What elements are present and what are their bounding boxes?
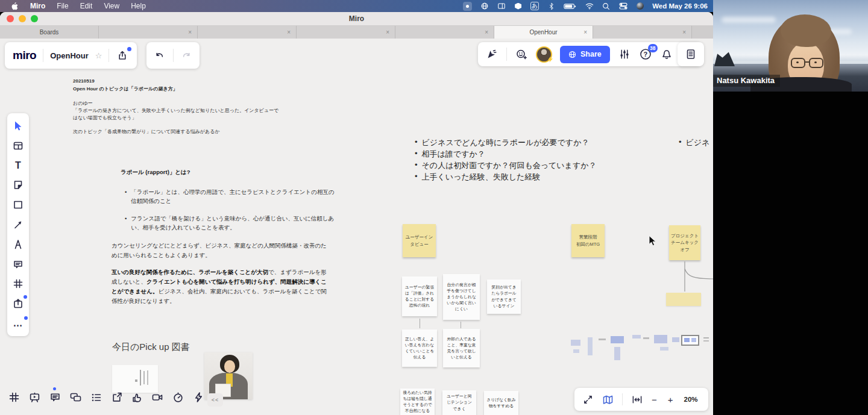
collapse-dock-button[interactable]: << bbox=[207, 393, 223, 407]
screen-share-icon[interactable] bbox=[110, 390, 123, 404]
video-chat-icon[interactable] bbox=[151, 390, 164, 404]
tab-close-icon[interactable]: × bbox=[287, 30, 291, 36]
presentation-mode-icon[interactable] bbox=[28, 390, 41, 404]
question-item-2[interactable]: •相手は誰ですか？ bbox=[415, 149, 485, 160]
pen-tool-icon[interactable] bbox=[11, 238, 25, 251]
tab-untitled-3[interactable]: × bbox=[297, 26, 395, 39]
export-board-icon[interactable] bbox=[116, 49, 129, 62]
frame-tool-icon[interactable] bbox=[11, 277, 25, 290]
fit-to-screen-icon[interactable] bbox=[631, 394, 643, 405]
close-window-button[interactable] bbox=[7, 15, 14, 22]
tab-close-icon[interactable]: × bbox=[386, 30, 389, 36]
rapport-heading[interactable]: ラポール (rapport)」とは? bbox=[121, 169, 190, 176]
templates-tool-icon[interactable] bbox=[11, 139, 25, 152]
sticky-note-afraid-to-hurt[interactable]: 自分の発言が相手を傷つけてしまうかもしれないから聞く言いにくい bbox=[443, 274, 480, 320]
sticky-note-offer-drink[interactable]: さりげなく飲み物をすすめる bbox=[484, 391, 518, 415]
sticky-note-smile-sign[interactable]: 笑顔が出てきたらラポールができてきているサイン bbox=[487, 279, 521, 314]
tab-close-icon[interactable]: × bbox=[485, 30, 488, 36]
display-sidecar-icon[interactable] bbox=[497, 2, 506, 11]
menubar-app-name[interactable]: Miro bbox=[30, 2, 45, 10]
globe-icon[interactable] bbox=[480, 2, 489, 11]
apple-logo-icon[interactable] bbox=[10, 2, 19, 11]
zoom-in-button[interactable]: + bbox=[668, 395, 673, 404]
rapport-bullet-1[interactable]: •「ラポール」とは、心理学の用語で、主にセラピストとクライエントの相互の信頼関係… bbox=[125, 187, 335, 205]
control-center-icon[interactable] bbox=[618, 2, 627, 11]
add-reaction-icon[interactable] bbox=[515, 48, 528, 61]
meeting-notes-quote-2[interactable]: はない場面でも役立ちそう」 bbox=[73, 114, 137, 121]
cards-list-icon[interactable] bbox=[89, 390, 102, 404]
select-tool-icon[interactable] bbox=[11, 119, 25, 133]
tab-untitled-1[interactable]: × bbox=[99, 26, 198, 39]
tab-boards[interactable]: Boards bbox=[0, 26, 99, 39]
question-item-3[interactable]: •その人は初対面ですか？何回も会っていますか？ bbox=[415, 160, 597, 171]
pickup-books-title[interactable]: 今日のPick up 図書 bbox=[112, 342, 190, 353]
help-icon[interactable]: ? 38 bbox=[639, 48, 652, 61]
rapport-paragraph-2[interactable]: 互いの良好な関係を作るために、ラポールを築くことが大切で、まずラポールを形成しな… bbox=[112, 267, 332, 306]
text-tool-icon[interactable]: T bbox=[11, 159, 25, 172]
sticky-note-outsider-honest[interactable]: 外部の人であること、率直な意見を言って欲しいと伝える bbox=[443, 329, 480, 367]
sticky-note-tool-icon[interactable] bbox=[11, 178, 25, 192]
highlight-rectangle[interactable] bbox=[666, 293, 701, 306]
rapport-paragraph-1[interactable]: カウンセリングなどにとどまらず、ビジネス、家庭などの人間関係構築・改善のために用… bbox=[112, 241, 332, 260]
rapport-bullet-2[interactable]: •フランス語で「橋を架ける」という意味から、心が通じ合い、互いに信頼しあい、相手… bbox=[125, 214, 335, 232]
shape-tool-icon[interactable] bbox=[11, 198, 25, 211]
favorite-star-icon[interactable]: ☆ bbox=[95, 51, 102, 60]
miro-logo[interactable]: miro bbox=[13, 49, 36, 62]
bluetooth-icon[interactable] bbox=[547, 2, 556, 11]
chat-icon[interactable] bbox=[69, 390, 82, 404]
meeting-notes-quote-1[interactable]: 「ラポールの築き方について、失敗や上手くいった例など知りたいと思った。インタビュ… bbox=[73, 107, 278, 114]
meeting-notes-date[interactable]: 20210519 bbox=[73, 78, 95, 84]
sticky-note-sales-first-mtg[interactable]: 営業段階 初回のMTG bbox=[571, 224, 605, 257]
zoom-level[interactable]: 20% bbox=[684, 396, 698, 403]
activity-lightning-icon[interactable] bbox=[192, 390, 205, 404]
screen-record-app-icon[interactable] bbox=[463, 2, 472, 11]
maximize-window-button[interactable] bbox=[31, 15, 38, 22]
sticky-note-user-interview[interactable]: ユーザーイン タビュー bbox=[403, 224, 436, 257]
redo-icon[interactable] bbox=[180, 49, 193, 62]
participant-video[interactable]: Natsu Kawakita bbox=[713, 0, 868, 92]
zoom-out-button[interactable]: − bbox=[652, 395, 657, 404]
sticky-note-match-tension[interactable]: ユーザーと同じテンションできく bbox=[442, 390, 476, 415]
tab-close-icon[interactable]: × bbox=[188, 30, 192, 36]
undo-icon[interactable] bbox=[153, 49, 166, 62]
tab-close-icon[interactable]: × bbox=[583, 30, 587, 36]
menu-view[interactable]: View bbox=[104, 2, 119, 10]
menu-help[interactable]: Help bbox=[131, 2, 146, 10]
notifications-bell-icon[interactable] bbox=[660, 48, 673, 61]
menu-file[interactable]: File bbox=[57, 2, 68, 10]
wifi-icon[interactable] bbox=[585, 2, 594, 11]
mini-diagram[interactable] bbox=[570, 330, 713, 369]
minimize-window-button[interactable] bbox=[19, 15, 26, 22]
upload-tool-icon[interactable] bbox=[11, 297, 25, 310]
frames-panel-icon[interactable] bbox=[7, 390, 20, 404]
notes-document-icon[interactable] bbox=[684, 48, 697, 61]
battery-icon[interactable] bbox=[564, 2, 577, 11]
timer-icon[interactable] bbox=[171, 390, 184, 404]
user-avatar[interactable] bbox=[536, 46, 552, 63]
sticky-note-guilty-feeling[interactable]: 後ろめたい気持ちは嘘を隠し通そうとするので不自然になる bbox=[400, 388, 435, 415]
comments-panel-icon[interactable] bbox=[48, 390, 61, 404]
menubar-clock[interactable]: Wed May 26 9:06 bbox=[652, 2, 708, 10]
sphere-app-icon[interactable] bbox=[635, 2, 644, 11]
tab-openhour[interactable]: OpenHour× bbox=[494, 26, 593, 39]
tab-untitled-5[interactable]: × bbox=[593, 26, 692, 39]
more-tools-icon[interactable]: … bbox=[11, 317, 25, 330]
reactions-thumb-icon[interactable] bbox=[130, 390, 143, 404]
sticky-note-user-tension[interactable]: ユーザーの緊張は「評価」されることに対する恐怖の現れ bbox=[402, 276, 437, 316]
meeting-notes-next-topic[interactable]: 次のトピック「各成果物の繋がり」について関連する悩みがあるか bbox=[73, 128, 220, 135]
book-cover-thumbnail[interactable] bbox=[112, 365, 158, 393]
meeting-notes-topic[interactable]: Open Hour のトピックは「ラポールの築き方」 bbox=[73, 86, 178, 92]
meeting-notes-author[interactable]: おのゆー bbox=[73, 100, 93, 107]
hexagon-app-icon[interactable] bbox=[514, 2, 523, 11]
fullscreen-icon[interactable] bbox=[582, 394, 593, 405]
question-item-clipped[interactable]: •ビジネ bbox=[679, 137, 709, 148]
board-name[interactable]: OpenHour bbox=[50, 51, 89, 60]
tab-untitled-4[interactable]: × bbox=[395, 26, 494, 39]
comment-tool-icon[interactable] bbox=[11, 258, 25, 271]
minimap-icon[interactable] bbox=[602, 394, 614, 405]
pickup-photo[interactable] bbox=[204, 352, 253, 399]
menu-edit[interactable]: Edit bbox=[80, 2, 93, 10]
question-item-1[interactable]: •ビジネスでどんな時にラポールが必要ですか？ bbox=[415, 137, 589, 148]
share-button[interactable]: Share bbox=[560, 46, 610, 63]
question-item-4[interactable]: •上手くいった経験、失敗した経験 bbox=[415, 172, 540, 183]
